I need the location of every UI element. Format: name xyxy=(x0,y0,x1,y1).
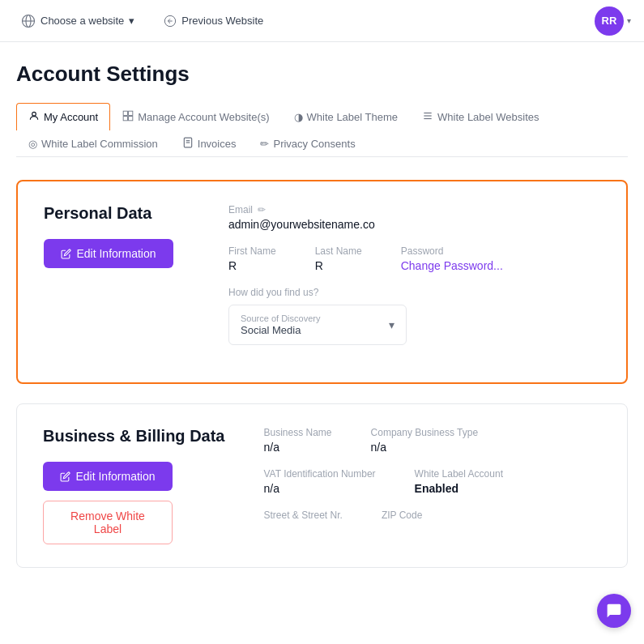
vat-label: VAT Identification Number xyxy=(264,468,376,480)
zip-group: ZIP Code xyxy=(382,510,422,523)
svg-point-5 xyxy=(32,112,36,116)
white-label-account-label: White Label Account xyxy=(415,468,503,480)
tab-manage-websites-label: Manage Account Website(s) xyxy=(138,111,269,123)
tab-privacy-consents[interactable]: ✏ Privacy Consents xyxy=(248,130,367,156)
business-edit-button[interactable]: Edit Information xyxy=(43,462,173,491)
discovery-select-title: Source of Discovery xyxy=(241,313,320,323)
discovery-field-group: How did you find us? Source of Discovery… xyxy=(228,287,600,345)
name-password-row: First Name R Last Name R Password Change… xyxy=(228,245,600,272)
first-name-value: R xyxy=(228,259,276,272)
nav-left: Choose a website ▾ Previous Website xyxy=(13,9,271,33)
invoices-icon xyxy=(182,137,194,151)
svg-rect-6 xyxy=(123,111,127,115)
tab-white-label-websites-label: White Label Websites xyxy=(437,111,540,123)
discovery-chevron-icon: ▾ xyxy=(389,318,395,331)
remove-white-label-button[interactable]: Remove White Label xyxy=(43,501,173,544)
password-group: Password Change Password... xyxy=(401,245,503,272)
company-type-value: n/a xyxy=(371,441,479,454)
prev-website-label: Previous Website xyxy=(181,15,263,27)
last-name-group: Last Name R xyxy=(315,245,362,272)
tab-privacy-consents-label: Privacy Consents xyxy=(273,138,355,150)
company-type-group: Company Business Type n/a xyxy=(371,427,479,454)
business-name-type-row: Business Name n/a Company Business Type … xyxy=(264,427,602,454)
white-label-websites-icon xyxy=(422,110,433,124)
business-name-group: Business Name n/a xyxy=(264,427,332,454)
last-name-value: R xyxy=(315,259,362,272)
business-edit-label: Edit Information xyxy=(75,470,155,483)
tab-invoices[interactable]: Invoices xyxy=(170,130,249,157)
business-name-value: n/a xyxy=(264,441,332,454)
avatar-menu[interactable]: RR ▾ xyxy=(595,6,631,36)
tab-my-account[interactable]: My Account xyxy=(16,103,110,130)
zip-label: ZIP Code xyxy=(382,510,422,521)
vat-group: VAT Identification Number n/a xyxy=(264,468,376,495)
discovery-dropdown[interactable]: Source of Discovery Social Media ▾ xyxy=(228,305,407,345)
discovery-select-inner: Source of Discovery Social Media xyxy=(241,313,320,336)
personal-data-card: Personal Data Edit Information Email ✏ a… xyxy=(16,180,628,384)
tab-white-label-theme-label: White Label Theme xyxy=(307,111,399,123)
white-label-theme-icon: ◑ xyxy=(294,111,303,123)
business-data-right: Business Name n/a Company Business Type … xyxy=(264,427,602,544)
website-selector-label: Choose a website xyxy=(41,15,124,27)
tab-bar: My Account Manage Account Website(s) ◑ W… xyxy=(16,103,628,157)
personal-data-title: Personal Data xyxy=(44,204,190,223)
business-data-left: Business & Billing Data Edit Information… xyxy=(43,427,225,544)
prev-website-btn[interactable]: Previous Website xyxy=(156,10,271,32)
company-type-label: Company Business Type xyxy=(371,427,479,438)
business-data-title: Business & Billing Data xyxy=(43,427,225,446)
my-account-icon xyxy=(28,110,40,124)
discovery-select-value: Social Media xyxy=(241,324,320,336)
street-group: Street & Street Nr. xyxy=(264,510,343,523)
svg-rect-9 xyxy=(129,117,133,121)
chat-icon xyxy=(606,603,622,619)
email-label: Email ✏ xyxy=(228,204,600,215)
street-zip-row: Street & Street Nr. ZIP Code xyxy=(264,510,602,523)
edit-icon xyxy=(61,249,71,259)
tab-white-label-websites[interactable]: White Label Websites xyxy=(410,103,552,130)
avatar-chevron: ▾ xyxy=(627,16,631,25)
remove-wl-label: Remove White Label xyxy=(60,510,156,535)
change-password-link[interactable]: Change Password... xyxy=(401,259,503,272)
website-selector[interactable]: Choose a website ▾ xyxy=(13,9,143,33)
business-edit-icon xyxy=(60,471,70,482)
email-value: admin@yourwebsitename.co xyxy=(228,218,600,231)
tab-manage-websites[interactable]: Manage Account Website(s) xyxy=(110,103,281,130)
svg-rect-8 xyxy=(123,117,127,121)
prev-website-icon xyxy=(164,15,177,28)
globe-icon xyxy=(21,14,36,28)
discovery-label: How did you find us? xyxy=(228,287,600,298)
business-name-label: Business Name xyxy=(264,427,332,438)
page-content: Account Settings My Account Manage Accou… xyxy=(0,42,644,603)
white-label-account-value: Enabled xyxy=(415,482,503,495)
white-label-commission-icon: ◎ xyxy=(28,138,37,150)
top-navigation: Choose a website ▾ Previous Website RR ▾ xyxy=(0,0,644,42)
first-name-label: First Name xyxy=(228,245,276,257)
vat-value: n/a xyxy=(264,482,376,495)
personal-data-left: Personal Data Edit Information xyxy=(44,204,190,360)
last-name-label: Last Name xyxy=(315,245,362,257)
personal-data-edit-button[interactable]: Edit Information xyxy=(44,239,173,268)
first-name-group: First Name R xyxy=(228,245,276,272)
tab-invoices-label: Invoices xyxy=(198,138,237,150)
personal-data-right: Email ✏ admin@yourwebsitename.co First N… xyxy=(228,204,600,360)
street-label: Street & Street Nr. xyxy=(264,510,343,521)
chat-fab-button[interactable] xyxy=(597,594,631,628)
tab-white-label-commission[interactable]: ◎ White Label Commission xyxy=(16,130,170,156)
website-selector-chevron: ▾ xyxy=(129,15,134,27)
password-label: Password xyxy=(401,245,503,257)
vat-wl-row: VAT Identification Number n/a White Labe… xyxy=(264,468,602,495)
white-label-account-group: White Label Account Enabled xyxy=(415,468,503,495)
page-title: Account Settings xyxy=(16,62,628,87)
email-edit-pencil[interactable]: ✏ xyxy=(258,204,266,215)
svg-rect-7 xyxy=(129,111,133,115)
personal-edit-label: Edit Information xyxy=(76,247,156,260)
email-field-group: Email ✏ admin@yourwebsitename.co xyxy=(228,204,600,231)
privacy-consents-icon: ✏ xyxy=(260,138,269,150)
tab-white-label-commission-label: White Label Commission xyxy=(41,138,158,150)
manage-websites-icon xyxy=(122,110,134,124)
tab-white-label-theme[interactable]: ◑ White Label Theme xyxy=(282,104,411,130)
tab-my-account-label: My Account xyxy=(44,111,98,123)
business-data-card: Business & Billing Data Edit Information… xyxy=(16,403,628,568)
avatar-button[interactable]: RR xyxy=(595,6,624,36)
